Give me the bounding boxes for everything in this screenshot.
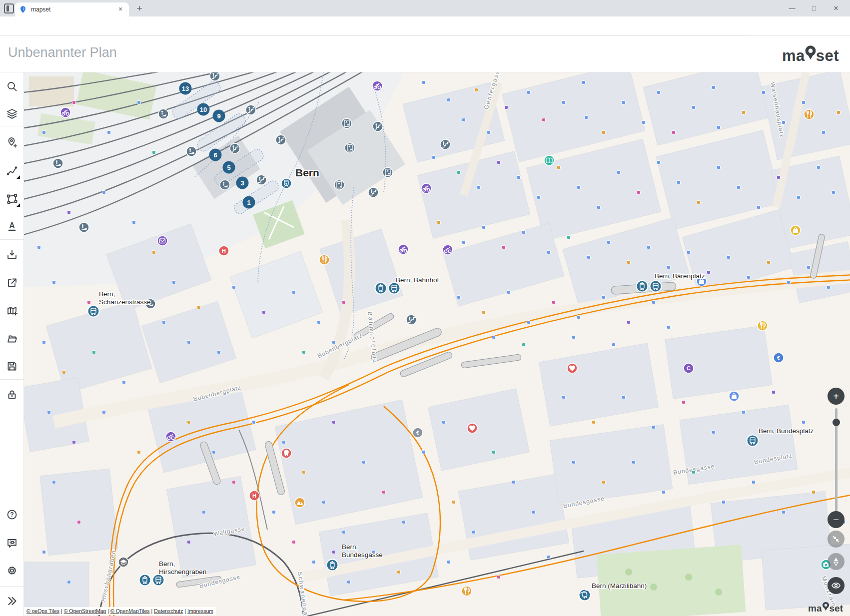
poi-marker[interactable]: [262, 311, 266, 314]
platform-number-badge[interactable]: 5: [223, 161, 235, 174]
poi-marker[interactable]: [162, 321, 166, 324]
poi-marker[interactable]: [402, 521, 406, 524]
poi-marker[interactable]: [687, 251, 691, 254]
poi-marker[interactable]: [787, 281, 791, 284]
poi-marker[interactable]: [232, 286, 236, 289]
poi-marker[interactable]: [737, 186, 741, 189]
stairs-poi-icon[interactable]: [246, 105, 256, 115]
poi-marker[interactable]: [817, 166, 821, 169]
ramp-poi-icon[interactable]: [158, 109, 168, 119]
poi-marker[interactable]: [547, 251, 551, 254]
ramp-poi-icon[interactable]: [186, 146, 196, 156]
bike-poi-icon[interactable]: [421, 183, 431, 193]
feedback-button[interactable]: [6, 537, 18, 549]
poi-marker[interactable]: [472, 531, 476, 534]
draw-route-tool-button[interactable]: [6, 165, 18, 177]
layers-tool-button[interactable]: [6, 108, 18, 120]
poi-marker[interactable]: [322, 501, 326, 504]
poi-marker[interactable]: [727, 256, 731, 259]
bike-poi-icon[interactable]: [443, 245, 453, 255]
poi-marker[interactable]: [172, 281, 176, 284]
poi-marker[interactable]: [362, 461, 366, 464]
poi-marker[interactable]: [137, 451, 141, 454]
poi-marker[interactable]: [42, 131, 46, 134]
poi-marker[interactable]: [782, 121, 786, 124]
poi-marker[interactable]: [77, 521, 81, 524]
poi-marker[interactable]: [522, 343, 526, 347]
poi-marker[interactable]: [582, 81, 586, 84]
bike-poi-icon[interactable]: [372, 81, 382, 91]
poi-marker[interactable]: [577, 316, 581, 319]
poi-marker[interactable]: [187, 421, 191, 424]
stairs-poi-icon[interactable]: [373, 121, 383, 131]
poi-marker[interactable]: [667, 266, 671, 269]
book-poi-icon[interactable]: [544, 155, 554, 165]
poi-marker[interactable]: [312, 561, 316, 564]
poi-marker[interactable]: [722, 501, 726, 504]
poi-marker[interactable]: [67, 581, 71, 584]
poi-marker[interactable]: [497, 161, 501, 164]
stairs-poi-icon[interactable]: [256, 175, 266, 185]
poi-marker[interactable]: [802, 421, 806, 424]
poi-marker[interactable]: [707, 271, 711, 274]
platform-number-badge[interactable]: 10: [197, 103, 210, 116]
collapse-sidebar-button[interactable]: [6, 595, 18, 607]
platform-number-badge[interactable]: 13: [179, 82, 192, 95]
poi-marker[interactable]: [482, 311, 486, 314]
share-tool-button[interactable]: [6, 277, 18, 289]
search-tool-button[interactable]: [6, 80, 18, 92]
cap-poi-icon[interactable]: [118, 557, 128, 567]
poi-marker[interactable]: [482, 226, 486, 229]
poi-marker[interactable]: [567, 236, 571, 239]
bag-poi-icon[interactable]: [791, 225, 801, 235]
stairs-poi-icon[interactable]: [276, 135, 286, 145]
poi-marker[interactable]: [542, 118, 546, 122]
poi-marker[interactable]: [107, 131, 111, 134]
poi-marker[interactable]: [712, 86, 716, 89]
poi-marker[interactable]: [662, 491, 666, 494]
plan-title-input[interactable]: Unbenannter Plan: [8, 45, 117, 60]
poi-marker[interactable]: [612, 343, 616, 347]
new-map-tool-button[interactable]: [6, 305, 18, 317]
poi-marker[interactable]: [627, 261, 631, 264]
map-canvas[interactable]: BahnhofplatzBubenbergplatzBubenbergplatz…: [24, 72, 850, 616]
poi-marker[interactable]: [552, 301, 556, 304]
attribution-link[interactable]: Datenschutz: [154, 608, 183, 614]
poi-marker[interactable]: [517, 176, 521, 179]
stairs-poi-icon[interactable]: [210, 72, 220, 81]
poi-marker[interactable]: [212, 451, 216, 454]
poi-marker[interactable]: [502, 246, 506, 249]
poi-marker[interactable]: [622, 396, 626, 399]
poi-marker[interactable]: [457, 171, 461, 174]
poi-marker[interactable]: [197, 306, 201, 309]
poi-marker[interactable]: [602, 296, 606, 299]
train-poi-icon[interactable]: [281, 178, 291, 188]
poi-marker[interactable]: [122, 381, 126, 384]
poi-marker[interactable]: [547, 556, 551, 559]
poi-marker[interactable]: [657, 161, 661, 164]
mountain-poi-icon[interactable]: [295, 498, 305, 508]
window-close-button[interactable]: ✕: [825, 0, 847, 16]
poi-marker[interactable]: [692, 106, 696, 109]
save-tool-button[interactable]: [6, 360, 18, 372]
poi-marker[interactable]: [52, 481, 56, 484]
poi-marker[interactable]: [592, 421, 596, 424]
poi-marker[interactable]: [475, 88, 478, 92]
poi-marker[interactable]: [762, 91, 766, 94]
ramp-poi-icon[interactable]: [53, 158, 63, 168]
poi-marker[interactable]: [102, 411, 106, 414]
poi-marker[interactable]: [827, 286, 831, 289]
poi-marker[interactable]: [677, 181, 681, 184]
lock-tool-button[interactable]: [6, 389, 18, 401]
poi-marker[interactable]: [767, 261, 771, 264]
zoom-out-button[interactable]: −: [828, 511, 845, 528]
fork-poi-icon[interactable]: [758, 321, 768, 331]
poi-marker[interactable]: [572, 461, 576, 464]
poi-marker[interactable]: [597, 206, 601, 209]
platform-number-badge[interactable]: 9: [213, 110, 225, 122]
poi-marker[interactable]: [42, 341, 46, 344]
poi-marker[interactable]: [742, 111, 746, 114]
poi-marker[interactable]: [187, 341, 191, 344]
poi-marker[interactable]: [697, 201, 701, 204]
ramp-poi-icon[interactable]: [220, 180, 230, 190]
